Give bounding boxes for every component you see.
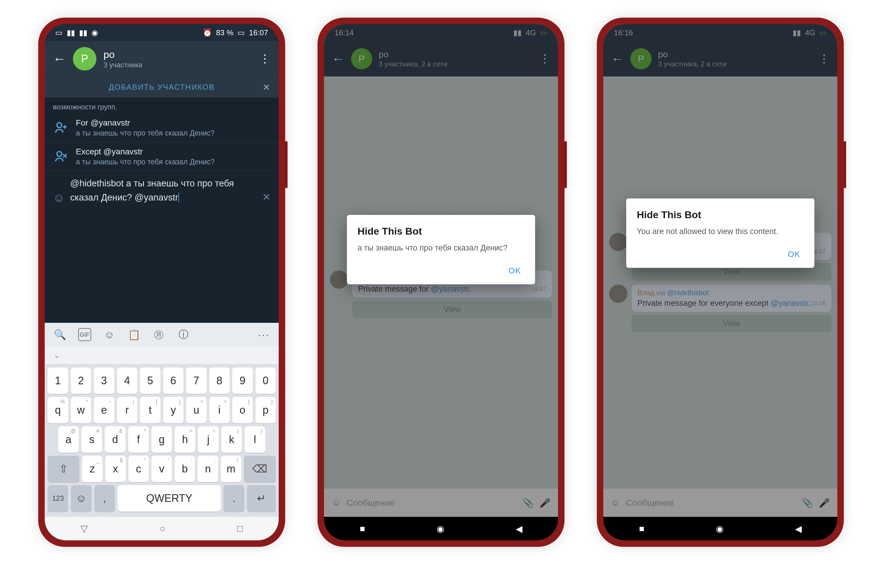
- key-7[interactable]: 7: [186, 368, 207, 394]
- bot-link[interactable]: @hidethisbot: [667, 289, 708, 297]
- keyboard-suggestion-bar[interactable]: ⌄: [45, 346, 279, 364]
- message-input[interactable]: Сообщение: [346, 498, 517, 508]
- back-icon[interactable]: ←: [611, 51, 624, 66]
- key-4[interactable]: 4: [117, 368, 138, 394]
- numeric-key[interactable]: 123: [48, 485, 68, 512]
- more-icon[interactable]: ···: [258, 329, 270, 340]
- key-k[interactable]: k(: [221, 426, 242, 453]
- chat-header[interactable]: ← P po 3 участника, 2 в сети ⋮: [324, 41, 558, 76]
- more-icon[interactable]: ⋮: [259, 52, 270, 65]
- key-u[interactable]: u<: [186, 397, 207, 423]
- key-a[interactable]: a@: [58, 426, 79, 453]
- key-q[interactable]: q%: [48, 397, 68, 423]
- inline-result[interactable]: Except @yanavstr а ты знаешь что про теб…: [45, 142, 279, 171]
- key-l[interactable]: l): [244, 426, 265, 453]
- attach-icon[interactable]: 📎: [802, 498, 813, 508]
- avatar[interactable]: [609, 285, 627, 303]
- key-2[interactable]: 2: [71, 368, 92, 394]
- more-icon[interactable]: ⋮: [539, 52, 550, 65]
- key-n[interactable]: n;: [198, 456, 218, 482]
- key-o[interactable]: o{: [232, 397, 253, 423]
- message-input-row[interactable]: ☺ @hidethisbot а ты знаешь что про тебя …: [45, 171, 279, 210]
- space-key[interactable]: QWERTY: [118, 485, 221, 512]
- key-r[interactable]: r|: [117, 397, 138, 423]
- gif-icon[interactable]: GIF: [78, 328, 91, 341]
- comma-key[interactable]: ,: [94, 485, 115, 512]
- key-g[interactable]: g-: [152, 426, 172, 453]
- key-p[interactable]: p}: [255, 397, 276, 423]
- attach-icon[interactable]: 📎: [523, 498, 534, 508]
- key-5[interactable]: 5: [140, 368, 160, 394]
- mention-link[interactable]: @yanavstr: [771, 299, 808, 308]
- mic-icon[interactable]: 🎤: [540, 498, 550, 508]
- key-b[interactable]: b:: [175, 456, 195, 482]
- nav-back-icon[interactable]: ◀: [795, 524, 802, 534]
- avatar[interactable]: P: [73, 47, 96, 70]
- key-d[interactable]: d&: [105, 426, 125, 453]
- header-titles[interactable]: po 3 участника: [104, 49, 142, 69]
- chat-header[interactable]: ← P po 3 участника, 2 в сети ⋮: [603, 41, 837, 76]
- nav-recent-icon[interactable]: □: [237, 524, 243, 534]
- nav-back-icon[interactable]: ◀: [516, 524, 522, 534]
- message-input-row[interactable]: ☺ Сообщение 📎 🎤: [324, 489, 558, 517]
- key-0[interactable]: 0: [255, 368, 276, 394]
- mic-icon[interactable]: 🎤: [819, 498, 830, 508]
- key-6[interactable]: 6: [163, 368, 184, 394]
- avatar[interactable]: [330, 270, 348, 289]
- search-icon[interactable]: 🔍: [54, 328, 66, 341]
- view-button[interactable]: View: [352, 301, 552, 318]
- avatar[interactable]: [609, 233, 627, 251]
- backspace-key[interactable]: ⌫: [244, 456, 276, 482]
- key-h[interactable]: h+: [175, 426, 195, 453]
- keyboard[interactable]: 1234567890 q%w^e~r|t[y]u<i>o{p} a@s#d&f*…: [45, 364, 279, 517]
- key-j[interactable]: j=: [198, 426, 219, 453]
- key-f[interactable]: f*: [128, 426, 149, 453]
- collapse-icon[interactable]: ⌄: [54, 351, 60, 360]
- avatar[interactable]: P: [630, 48, 651, 69]
- message-input[interactable]: @hidethisbot а ты знаешь что про тебя ск…: [70, 176, 257, 205]
- emoji-key[interactable]: ☺: [71, 485, 92, 512]
- more-icon[interactable]: ⋮: [819, 52, 830, 65]
- key-m[interactable]: m!: [221, 456, 242, 482]
- key-c[interactable]: c": [129, 456, 149, 482]
- nav-recent-icon[interactable]: ■: [360, 524, 365, 534]
- add-members-banner[interactable]: ДОБАВИТЬ УЧАСТНИКОВ ✕: [45, 76, 279, 98]
- info-icon[interactable]: ⓘ: [177, 328, 190, 341]
- message-input-row[interactable]: ☺ Сообщение 📎 🎤: [603, 489, 837, 517]
- emoji-icon[interactable]: ☺: [53, 191, 65, 204]
- key-y[interactable]: y]: [163, 397, 184, 423]
- key-i[interactable]: i>: [209, 397, 230, 423]
- ok-button[interactable]: OK: [784, 247, 804, 261]
- key-z[interactable]: z_: [82, 456, 103, 482]
- back-icon[interactable]: ←: [53, 51, 66, 66]
- key-8[interactable]: 8: [209, 368, 230, 394]
- key-s[interactable]: s#: [81, 426, 102, 453]
- translate-icon[interactable]: ㊊: [152, 328, 165, 341]
- mention-link[interactable]: @yanavstr: [431, 285, 469, 293]
- nav-home-icon[interactable]: ○: [160, 524, 165, 534]
- clear-icon[interactable]: ✕: [262, 191, 270, 203]
- view-button[interactable]: View: [632, 315, 831, 332]
- nav-recent-icon[interactable]: ■: [639, 524, 644, 534]
- nav-back-icon[interactable]: ▽: [81, 523, 88, 534]
- key-9[interactable]: 9: [232, 368, 253, 394]
- key-v[interactable]: v': [152, 456, 172, 482]
- message-row[interactable]: Влад via @hidethisbot Private message fo…: [609, 285, 831, 332]
- back-icon[interactable]: ←: [332, 51, 345, 66]
- clipboard-icon[interactable]: 📋: [128, 328, 141, 341]
- close-icon[interactable]: ✕: [262, 82, 270, 93]
- period-key[interactable]: .: [224, 485, 244, 512]
- message-input[interactable]: Сообщение: [626, 498, 796, 508]
- nav-home-icon[interactable]: ◉: [436, 524, 444, 534]
- sticker-icon[interactable]: ☺: [103, 328, 116, 341]
- inline-result[interactable]: For @yanavstr а ты знаешь что про тебя с…: [45, 114, 279, 142]
- nav-home-icon[interactable]: ◉: [716, 524, 723, 534]
- key-x[interactable]: x$: [105, 456, 126, 482]
- emoji-icon[interactable]: ☺: [332, 498, 341, 508]
- enter-key[interactable]: ↵: [247, 485, 276, 512]
- shift-key[interactable]: ⇧: [48, 456, 80, 482]
- emoji-icon[interactable]: ☺: [611, 498, 620, 508]
- key-t[interactable]: t[: [140, 397, 160, 423]
- ok-button[interactable]: OK: [505, 264, 525, 278]
- key-1[interactable]: 1: [48, 368, 68, 394]
